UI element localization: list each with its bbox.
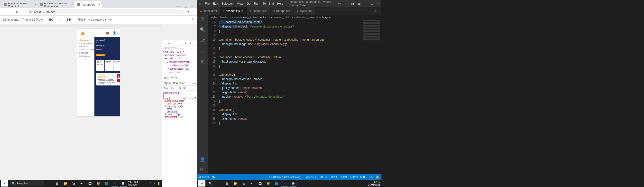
taskview-icon[interactable]: ⊞ bbox=[54, 180, 60, 186]
device-icon[interactable]: ▭ bbox=[168, 42, 170, 44]
browser-tab-alura[interactable]: AluraBooks× bbox=[74, 1, 102, 8]
close-icon[interactable]: ✕ bbox=[241, 9, 244, 13]
user-icon[interactable]: 👤 bbox=[113, 31, 116, 34]
plus-button[interactable]: + bbox=[176, 87, 177, 89]
cursor-position[interactable]: Ln 10, Col 1 (230 selected) bbox=[269, 176, 301, 179]
browser-tab-remote[interactable]: Acesso Remoto ao Computador× bbox=[38, 1, 74, 8]
settings-icon[interactable]: ⚙ bbox=[200, 166, 205, 172]
mail-icon[interactable]: ✉ bbox=[78, 180, 85, 186]
print-icon[interactable]: 🖶 bbox=[179, 87, 181, 89]
tab-computed[interactable]: Computed bbox=[173, 82, 185, 84]
close-icon[interactable]: × bbox=[35, 3, 36, 6]
reload-button[interactable]: ↻ bbox=[16, 10, 18, 14]
code-content[interactable]: background-position: center; display: in… bbox=[219, 20, 362, 174]
start-button[interactable]: ⊞ bbox=[198, 180, 206, 186]
menu-run[interactable]: Run bbox=[254, 2, 259, 5]
chevron-down-icon[interactable]: ⌄ bbox=[170, 5, 173, 8]
cls-button[interactable]: .cls bbox=[170, 87, 174, 89]
cortana-icon[interactable]: ○ bbox=[45, 180, 52, 186]
tab-styles[interactable]: Styles bbox=[164, 82, 171, 84]
width-input[interactable] bbox=[46, 18, 56, 22]
tab-styles[interactable]: #styles.css bbox=[294, 7, 316, 14]
breadcrumb[interactable]: styles › header.css › .container__botao:… bbox=[208, 14, 381, 20]
explorer-icon[interactable]: 🗎 bbox=[200, 16, 205, 22]
cat-design[interactable]: DESIGN & UX bbox=[79, 55, 92, 57]
language-indicator[interactable]: CSS bbox=[341, 176, 347, 179]
layout-icon[interactable]: ▦ bbox=[358, 2, 360, 5]
split-editor-icon[interactable]: ◫ ⋯ bbox=[371, 9, 381, 13]
minimap[interactable] bbox=[362, 20, 381, 174]
dom-tree[interactable]: <!DOCTYPE html> <html lang="pt-br"> ▸<he… bbox=[162, 46, 197, 75]
tab-header[interactable]: #header.css ✕ bbox=[220, 7, 247, 14]
store-icon[interactable]: 🛍 bbox=[240, 180, 247, 186]
brave-icon[interactable]: 🦁 bbox=[95, 180, 102, 186]
rotate-button[interactable]: ⟳ bbox=[109, 18, 112, 22]
photos-icon[interactable]: 🖼 bbox=[87, 180, 94, 186]
hov-button[interactable]: :hov bbox=[163, 87, 168, 89]
vscode-icon[interactable]: ≡ bbox=[281, 180, 288, 186]
problems-indicator[interactable]: ⊗ 0 ⚠ 0 bbox=[199, 176, 209, 179]
code-editor[interactable]: styles › header.css › .container__botao:… bbox=[208, 14, 381, 174]
explorer-icon[interactable]: 📁 bbox=[62, 180, 69, 186]
mail-icon[interactable]: ✉ bbox=[248, 180, 255, 186]
zoom-dropdown[interactable]: 75% ▾ bbox=[78, 18, 86, 22]
promo-card[interactable]: Talvez você também se interesse por... A… bbox=[96, 73, 120, 86]
minimize-button[interactable]: — bbox=[178, 5, 180, 8]
cat-business[interactable]: BUSINESS bbox=[79, 52, 92, 54]
css-rules[interactable]: element.style { } body {styles.css:21 ba… bbox=[162, 90, 197, 187]
search-icon[interactable]: 🔍 bbox=[207, 180, 214, 186]
menu-go[interactable]: Go bbox=[246, 2, 250, 5]
chrome-icon[interactable]: ◉ bbox=[290, 180, 296, 186]
close-button[interactable]: ✕ bbox=[377, 2, 379, 5]
more-icon[interactable]: ⋮ bbox=[193, 42, 196, 44]
forward-button[interactable]: → bbox=[9, 10, 12, 14]
edge-icon[interactable]: 🌐 bbox=[103, 180, 110, 186]
explorer-icon[interactable]: 📁 bbox=[232, 180, 238, 186]
close-icon[interactable]: × bbox=[98, 3, 100, 6]
crumb-html[interactable]: html bbox=[164, 76, 169, 79]
back-button[interactable]: ← bbox=[2, 10, 5, 14]
home-button[interactable]: ⌂ bbox=[22, 10, 24, 14]
menu-view[interactable]: View bbox=[237, 2, 243, 5]
close-icon[interactable]: × bbox=[71, 3, 73, 6]
account-icon[interactable]: 👤 bbox=[200, 157, 205, 162]
gear-icon[interactable]: ⚙ bbox=[190, 42, 192, 44]
layout-icon[interactable]: ◫ bbox=[345, 2, 347, 5]
cortana-icon[interactable]: ○ bbox=[215, 180, 222, 186]
menu-file[interactable]: File bbox=[205, 2, 210, 5]
chat-icon[interactable]: 💬 bbox=[185, 42, 188, 44]
layout-icon[interactable]: ◨ bbox=[351, 2, 354, 5]
taskbar-clock[interactable]: 02:1701/03/2023 bbox=[368, 181, 380, 186]
brave-icon[interactable]: 🦁 bbox=[265, 180, 272, 186]
menu-selection[interactable]: Selection bbox=[222, 2, 234, 5]
book-card[interactable]: Apache Kafka e Spring Boot bbox=[96, 60, 104, 71]
chrome-icon[interactable]: ◉ bbox=[120, 180, 126, 186]
cat-frontend[interactable]: FRONT-END bbox=[79, 46, 92, 48]
tab-rodape[interactable]: #rodapé.css bbox=[271, 7, 294, 14]
menu-edit[interactable]: Edit bbox=[213, 2, 218, 5]
onedrive-icon[interactable]: ☁ bbox=[153, 182, 155, 185]
taskview-icon[interactable]: ⊞ bbox=[224, 180, 230, 186]
encoding-indicator[interactable]: UTF-8 bbox=[320, 176, 327, 179]
bell-icon[interactable]: 🔔 bbox=[376, 176, 379, 179]
edge-icon[interactable]: 🌐 bbox=[273, 180, 280, 186]
tab-index[interactable]: ◆index.html bbox=[197, 7, 220, 14]
live-server-indicator[interactable]: ⦾ Port : 5500 bbox=[350, 176, 366, 179]
source-control-icon[interactable]: ⎇ bbox=[200, 38, 205, 43]
browser-tab-chatgpt[interactable]: Apresentando o ChatGPT× bbox=[2, 1, 38, 8]
logo-icon[interactable] bbox=[81, 31, 85, 34]
search-icon[interactable]: 🔍 bbox=[200, 27, 205, 32]
eol-indicator[interactable]: CRLF bbox=[331, 176, 338, 179]
start-button[interactable]: ⊞ bbox=[1, 180, 8, 186]
close-button[interactable]: ✕ bbox=[191, 5, 193, 8]
weather-widget[interactable]: 4°C Pred. nublado bbox=[128, 181, 148, 186]
maximize-button[interactable]: □ bbox=[371, 2, 373, 5]
inspect-icon[interactable]: ⬚ bbox=[164, 42, 166, 44]
minimize-button[interactable]: — bbox=[364, 2, 367, 5]
more-button[interactable]: ⋮ bbox=[191, 18, 194, 22]
url-input[interactable]: ⓘ127.0.0.1:5500/# bbox=[26, 9, 185, 14]
book-card[interactable]: JavaScript Assertivo bbox=[114, 60, 120, 71]
extensions-icon[interactable]: ★ bbox=[187, 10, 190, 14]
more-tabs[interactable]: » bbox=[194, 82, 196, 84]
hero-button[interactable]: MENTOS bbox=[96, 54, 105, 56]
